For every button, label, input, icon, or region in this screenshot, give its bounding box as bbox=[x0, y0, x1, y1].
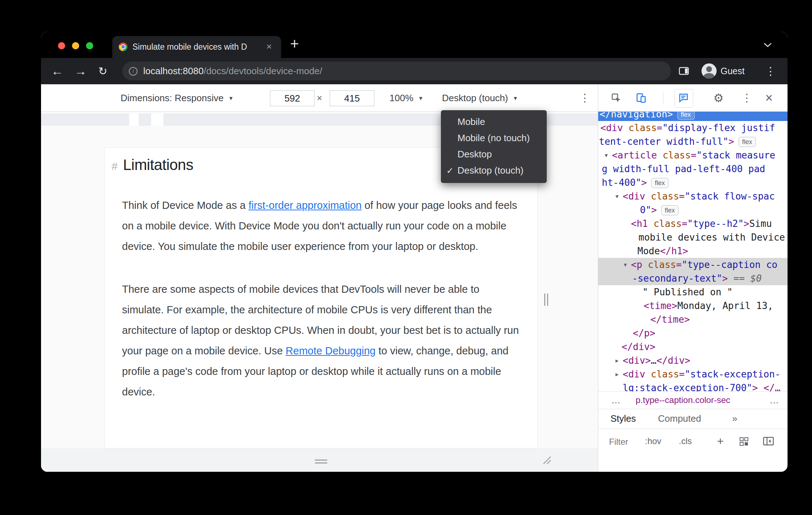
dom-tree-row[interactable]: ht-400">flex bbox=[598, 176, 788, 189]
dom-tree-row[interactable]: tent-center width-full">flex bbox=[598, 135, 788, 148]
code-token: </time> bbox=[650, 314, 690, 325]
article-link[interactable]: Remote Debugging bbox=[286, 345, 376, 357]
dom-tree-row[interactable]: ▾<div class="stack flow-spac bbox=[598, 189, 788, 203]
device-toolbar: Dimensions: Responsive ▼ × 100% ▼ Deskto… bbox=[41, 84, 788, 112]
dom-tree-row[interactable]: </navigation>flex bbox=[598, 112, 788, 121]
dom-tree-row[interactable]: mobile devices with Device bbox=[598, 230, 788, 244]
dom-tree-row[interactable]: ▾<article class="stack measure bbox=[598, 148, 788, 162]
dom-tree-row[interactable]: 0">flex bbox=[598, 203, 788, 217]
flex-badge[interactable]: flex bbox=[661, 205, 678, 215]
new-style-rule-button[interactable]: + bbox=[717, 429, 724, 454]
new-tab-button[interactable]: + bbox=[290, 32, 299, 58]
dimensions-dropdown[interactable]: Dimensions: Responsive ▼ bbox=[121, 84, 234, 112]
tab-styles[interactable]: Styles bbox=[610, 409, 636, 429]
breadcrumb-overflow-right[interactable]: … bbox=[770, 392, 779, 409]
browser-tab[interactable]: Simulate mobile devices with D × bbox=[112, 36, 281, 58]
heading-anchor-hash[interactable]: # bbox=[112, 160, 118, 173]
menu-item-mobile-no-touch[interactable]: Mobile (no touch) bbox=[441, 130, 547, 146]
style-options-grid-icon[interactable] bbox=[739, 437, 749, 448]
toggle-class-button[interactable]: .cls bbox=[679, 429, 692, 454]
dom-tree-row[interactable]: ▾<p class="type--caption co bbox=[598, 258, 788, 272]
flex-badge[interactable]: flex bbox=[677, 112, 695, 120]
code-token: tent-center width-full" bbox=[599, 136, 728, 147]
messages-button[interactable] bbox=[675, 89, 693, 108]
back-button[interactable]: ← bbox=[51, 58, 63, 84]
code-token: <time> bbox=[644, 300, 677, 311]
dom-tree-row[interactable]: </p> bbox=[598, 326, 788, 340]
menu-item-desktop-touch[interactable]: ✓Desktop (touch) bbox=[441, 162, 547, 179]
styles-toolbar: :hov .cls + bbox=[598, 429, 788, 454]
width-input[interactable] bbox=[270, 90, 315, 106]
collapse-arrow-icon[interactable]: ▾ bbox=[615, 189, 619, 203]
forward-button[interactable]: → bbox=[75, 58, 87, 84]
corner-resize-handle[interactable] bbox=[541, 454, 551, 466]
flex-badge[interactable]: flex bbox=[651, 178, 668, 188]
url-text: localhost:8080/docs/devtools/device-mode… bbox=[143, 62, 322, 80]
dom-tree-row[interactable]: <time>Monday, April 13, bbox=[598, 299, 788, 313]
code-token: = bbox=[676, 259, 682, 270]
dom-tree-row[interactable]: </time> bbox=[598, 313, 788, 326]
code-token: class bbox=[654, 218, 682, 229]
height-resize-handle[interactable] bbox=[315, 460, 327, 464]
site-info-icon[interactable]: i bbox=[129, 67, 137, 76]
tab-strip: Simulate mobile devices with D × + bbox=[41, 32, 788, 58]
device-type-dropdown[interactable]: Desktop (touch) ▼ bbox=[442, 84, 518, 112]
collapse-arrow-icon[interactable]: ▾ bbox=[605, 148, 608, 162]
code-token: class bbox=[651, 369, 679, 380]
code-token: <div bbox=[600, 122, 628, 133]
dom-tree-row[interactable]: " Published on " bbox=[598, 285, 788, 299]
settings-gear-icon[interactable]: ⚙ bbox=[713, 84, 724, 112]
dom-tree-row[interactable]: <h1 class="type--h2">Simu bbox=[598, 217, 788, 230]
code-token: = bbox=[679, 369, 685, 380]
toggle-hover-button[interactable]: :hov bbox=[645, 429, 661, 454]
computed-sidebar-toggle-icon[interactable] bbox=[763, 437, 774, 447]
breadcrumb-overflow-left[interactable]: … bbox=[611, 392, 621, 409]
zoom-dropdown[interactable]: 100% ▼ bbox=[389, 84, 423, 112]
device-toolbar-menu-button[interactable]: ⋮ bbox=[579, 84, 590, 112]
tab-computed[interactable]: Computed bbox=[658, 409, 701, 429]
dom-tree-row[interactable]: <div class="display-flex justif bbox=[598, 121, 788, 135]
dom-tree-row[interactable]: </div> bbox=[598, 340, 788, 354]
dom-tree-row[interactable]: g width-full pad-left-400 pad bbox=[598, 162, 788, 176]
dom-breadcrumb-bar: … p.type--caption.color-sec … bbox=[598, 391, 788, 409]
dom-tree-row[interactable]: Mode</h1> bbox=[598, 244, 788, 258]
dom-tree-row[interactable]: ▸<div>…</div> bbox=[598, 354, 788, 367]
ruler-notch bbox=[129, 113, 139, 126]
code-token: </… bbox=[763, 382, 780, 391]
address-bar[interactable]: i localhost:8080/docs/devtools/device-mo… bbox=[122, 62, 671, 80]
traffic-light-close[interactable] bbox=[58, 42, 65, 49]
reload-button[interactable]: ↻ bbox=[98, 58, 107, 84]
traffic-light-minimize[interactable] bbox=[72, 42, 79, 49]
width-resize-handle[interactable] bbox=[544, 294, 548, 306]
code-token: <article bbox=[612, 150, 663, 161]
side-panel-icon[interactable] bbox=[679, 67, 689, 76]
menu-item-mobile[interactable]: Mobile bbox=[441, 114, 547, 130]
height-input[interactable] bbox=[330, 90, 374, 106]
dom-tree-row[interactable]: lg:stack-exception-700"> </… bbox=[598, 381, 788, 391]
code-token: Simu bbox=[749, 218, 772, 229]
tab-search-chevron-icon[interactable] bbox=[764, 42, 772, 49]
code-token: "stack flow-spac bbox=[685, 191, 775, 202]
guest-avatar[interactable] bbox=[702, 63, 717, 79]
collapse-arrow-icon[interactable]: ▾ bbox=[624, 258, 627, 272]
dom-tree-row[interactable]: -secondary-text"> == $0 bbox=[598, 272, 788, 285]
url-host: localhost:8080 bbox=[143, 66, 204, 76]
dom-tree-row[interactable]: ▸<div class="stack-exception- bbox=[598, 367, 788, 381]
expand-arrow-icon[interactable]: ▸ bbox=[615, 367, 619, 381]
breadcrumb-item[interactable]: p.type--caption.color-sec bbox=[636, 392, 730, 409]
flex-badge[interactable]: flex bbox=[739, 137, 756, 147]
menu-item-desktop[interactable]: Desktop bbox=[441, 146, 547, 162]
devtools-menu-button[interactable]: ⋮ bbox=[741, 84, 752, 112]
code-token: > bbox=[641, 177, 647, 188]
device-toolbar-toggle-icon[interactable] bbox=[636, 93, 646, 103]
devtools-close-button[interactable]: × bbox=[765, 84, 773, 112]
more-tabs-button[interactable]: » bbox=[732, 409, 737, 429]
code-token: > bbox=[651, 205, 657, 215]
traffic-light-zoom[interactable] bbox=[86, 42, 93, 49]
tab-close-icon[interactable]: × bbox=[266, 36, 272, 58]
article-link[interactable]: first-order approximation bbox=[248, 200, 361, 211]
inspect-element-icon[interactable] bbox=[611, 93, 621, 103]
expand-arrow-icon[interactable]: ▸ bbox=[615, 354, 619, 367]
styles-filter-input[interactable] bbox=[608, 435, 633, 449]
browser-menu-button[interactable]: ⋮ bbox=[765, 58, 776, 84]
